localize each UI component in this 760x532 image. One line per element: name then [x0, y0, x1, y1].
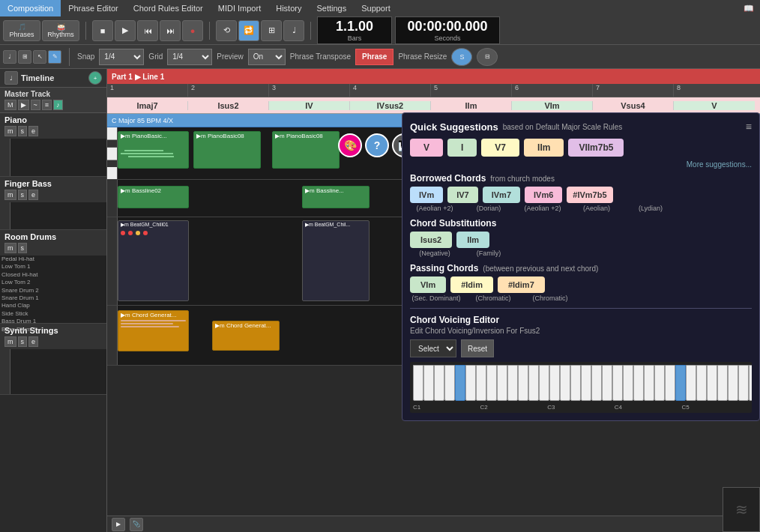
loop-active-button[interactable]: 🔁: [238, 20, 259, 41]
key-e3[interactable]: [581, 365, 591, 401]
help-button[interactable]: ?: [365, 133, 389, 157]
resize-icon-s[interactable]: S: [451, 48, 472, 66]
click-button[interactable]: ♩: [283, 20, 304, 41]
key-a2[interactable]: [539, 365, 549, 401]
rewind-button[interactable]: ⏮: [137, 20, 158, 41]
key-c3[interactable]: [560, 365, 570, 401]
nav-midi-import[interactable]: MIDI Import: [211, 0, 268, 16]
record-button[interactable]: ●: [182, 20, 203, 41]
fast-forward-button[interactable]: ⏭: [160, 20, 181, 41]
nav-phrase-editor[interactable]: Phrase Editor: [61, 0, 126, 16]
stop-button[interactable]: ■: [92, 20, 113, 41]
timeline-icon[interactable]: ♩: [4, 71, 18, 85]
nav-history[interactable]: History: [268, 0, 309, 16]
key-a4[interactable]: [686, 365, 696, 401]
drums-clip-1[interactable]: ▶m BeatGM_Chill01: [118, 220, 189, 301]
rhythms-button[interactable]: 🥁 Rhythms: [42, 20, 79, 41]
master-vol-btn[interactable]: ▶: [18, 100, 29, 110]
bass-m-btn[interactable]: m: [4, 190, 16, 200]
passing-vim[interactable]: VIm: [410, 276, 446, 293]
drums-s-btn[interactable]: s: [18, 243, 28, 253]
borrowed-ivm7[interactable]: IVm7: [483, 187, 520, 203]
key-d4[interactable]: [644, 365, 654, 401]
chord-iv[interactable]: IV: [269, 101, 350, 110]
key-g4-highlighted[interactable]: [675, 365, 686, 401]
drums-m-btn[interactable]: m: [4, 243, 16, 253]
synth-e-btn[interactable]: e: [28, 336, 38, 347]
chord-vim[interactable]: VIm: [512, 101, 593, 110]
key-c2[interactable]: [486, 365, 497, 401]
piano-clip-1[interactable]: ▶m PianoBasic...: [118, 131, 189, 169]
borrowed-ivm[interactable]: IVm: [410, 187, 443, 203]
bass-s-btn[interactable]: s: [18, 190, 28, 200]
key-a1[interactable]: [465, 365, 476, 401]
key-g3[interactable]: [602, 365, 612, 401]
key-g2[interactable]: [528, 365, 539, 401]
bass-clip-1[interactable]: ▶m Bassline02: [118, 186, 189, 208]
grid-select[interactable]: 1/4: [167, 49, 212, 65]
play-button[interactable]: ▶: [115, 20, 136, 41]
sub-isus2[interactable]: Isus2: [410, 232, 452, 248]
pencil-icon[interactable]: ✎: [48, 50, 61, 64]
synth-m-btn[interactable]: m: [4, 336, 16, 347]
key-c5[interactable]: [707, 365, 717, 401]
key-f2[interactable]: [518, 365, 528, 401]
key-d2[interactable]: [497, 365, 507, 401]
resize-icon-grid[interactable]: ⊟: [477, 48, 498, 66]
passing-sharp-idim[interactable]: #Idim: [450, 276, 493, 293]
voicing-select[interactable]: Select: [410, 339, 456, 357]
punch-button[interactable]: ⊞: [261, 20, 282, 41]
nav-settings[interactable]: Settings: [309, 0, 354, 16]
snap-select[interactable]: 1/4: [99, 49, 144, 65]
chord-imaj7[interactable]: Imaj7: [107, 101, 188, 110]
add-timeline-button[interactable]: +: [88, 71, 102, 85]
quick-chord-v7[interactable]: V7: [481, 139, 519, 157]
preview-select[interactable]: On: [248, 49, 286, 65]
voicing-reset-button[interactable]: Reset: [461, 339, 494, 357]
chord-isus2[interactable]: Isus2: [188, 101, 269, 110]
phrase-transpose-button[interactable]: Phrase: [355, 49, 393, 65]
quick-chord-v[interactable]: V: [410, 139, 443, 157]
borrowed-sharp-ivm7b5[interactable]: #IVm7b5: [567, 187, 612, 203]
synth-clip-1[interactable]: ▶m Chord Generat...: [118, 310, 189, 351]
key-g5[interactable]: [749, 365, 752, 401]
key-d3[interactable]: [570, 365, 581, 401]
passing-sharp-idim7[interactable]: #Idim7: [498, 276, 545, 293]
key-g1-highlighted[interactable]: [455, 365, 465, 401]
key-f5[interactable]: [738, 365, 749, 401]
phrases-button[interactable]: 🎵 Phrases: [3, 20, 40, 41]
piano-clip-3[interactable]: ▶m PianoBasic08: [272, 131, 340, 169]
bass-e-btn[interactable]: e: [28, 190, 38, 200]
palette-button[interactable]: 🎨: [338, 133, 362, 157]
bass-clip-2[interactable]: ▶m Bassline...: [302, 186, 370, 208]
chord-v[interactable]: V: [674, 101, 755, 110]
key-b4[interactable]: [696, 365, 707, 401]
key-b1[interactable]: [476, 365, 486, 401]
nav-chord-rules[interactable]: Chord Rules Editor: [126, 0, 211, 16]
borrowed-iv7[interactable]: IV7: [447, 187, 478, 203]
piano-m-btn[interactable]: m: [4, 126, 16, 136]
master-mute-btn[interactable]: M: [4, 100, 16, 110]
key-b3[interactable]: [623, 365, 633, 401]
sub-iim[interactable]: IIm: [456, 232, 489, 248]
nav-support[interactable]: Support: [354, 0, 398, 16]
synth-s-btn[interactable]: s: [18, 336, 28, 347]
piano-clip-2[interactable]: ▶m PianoBasic08: [193, 131, 261, 169]
grid-icon[interactable]: ⊞: [18, 50, 31, 64]
piano-white-keys[interactable]: [413, 365, 749, 402]
key-e2[interactable]: [507, 365, 518, 401]
synth-clip-2[interactable]: ▶m Chord Generat...: [212, 321, 280, 351]
select-icon[interactable]: ↖: [33, 50, 46, 64]
master-list-btn[interactable]: ≡: [42, 100, 52, 110]
key-b2[interactable]: [549, 365, 560, 401]
borrowed-ivm6[interactable]: IVm6: [525, 187, 562, 203]
key-d1[interactable]: [423, 365, 434, 401]
chord-vsus4[interactable]: Vsus4: [593, 101, 674, 110]
panel-close-button[interactable]: ≡: [746, 121, 752, 133]
drums-clip-2[interactable]: ▶m BeatGM_Chil...: [302, 220, 370, 301]
loop-button[interactable]: ⟲: [216, 20, 237, 41]
quick-chord-i[interactable]: I: [447, 139, 477, 157]
key-f4[interactable]: [665, 365, 675, 401]
key-d5[interactable]: [717, 365, 728, 401]
help-icon[interactable]: 📖: [738, 2, 760, 15]
